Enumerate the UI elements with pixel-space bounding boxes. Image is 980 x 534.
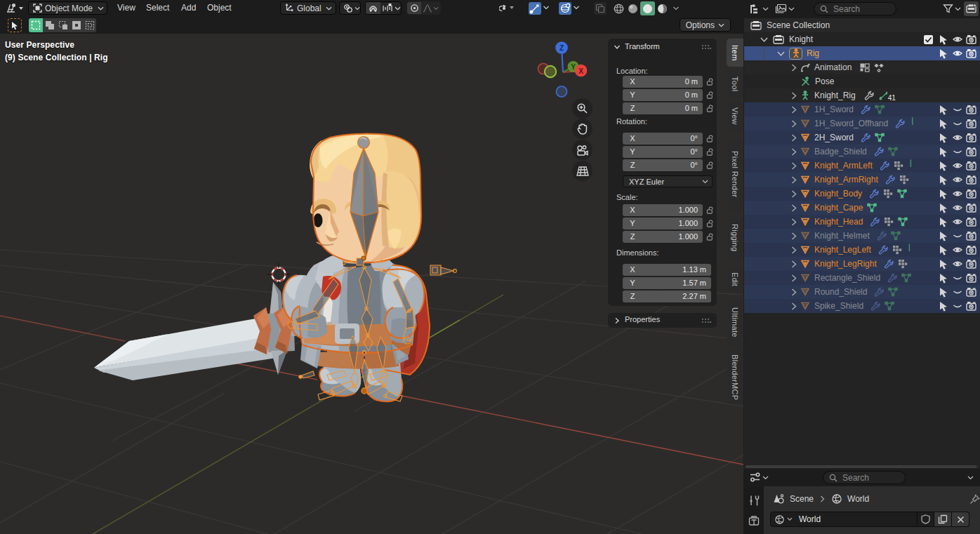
svg-text:Z: Z bbox=[559, 44, 564, 52]
svg-text:X: X bbox=[578, 67, 583, 75]
